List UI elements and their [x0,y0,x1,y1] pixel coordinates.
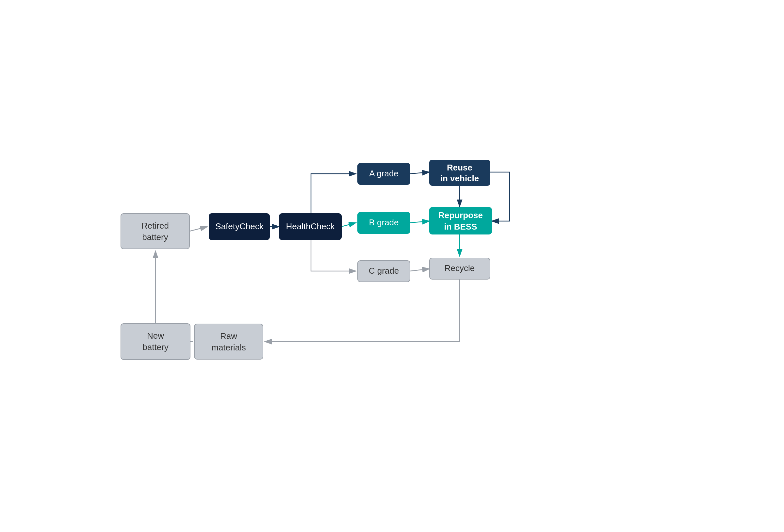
raw-materials-label-line2: materials [212,343,246,353]
new-battery-box [121,324,190,360]
health-check-label: HealthCheck [286,221,335,231]
c-grade-label: C grade [369,266,399,276]
new-battery-label-line2: battery [142,342,169,352]
reuse-label-line2: in vehicle [440,173,479,183]
repurpose-label-line2: in BESS [444,222,477,231]
retired-battery-label-line2: battery [142,232,168,242]
repurpose-label-line1: Repurpose [439,210,483,220]
recycle-label: Recycle [445,263,475,273]
b-grade-label: B grade [369,218,398,227]
new-battery-label-line1: New [147,331,164,341]
flow-diagram: Retired battery SafetyCheck HealthCheck … [0,0,784,532]
reuse-label-line1: Reuse [447,163,472,172]
diagram-container: Retired battery SafetyCheck HealthCheck … [0,0,784,532]
safety-check-label: SafetyCheck [215,221,263,231]
raw-materials-label-line1: Raw [220,331,237,341]
a-grade-label: A grade [369,169,398,178]
retired-battery-box [121,214,190,249]
retired-battery-label-line1: Retired [141,221,169,230]
raw-materials-box [194,324,263,359]
